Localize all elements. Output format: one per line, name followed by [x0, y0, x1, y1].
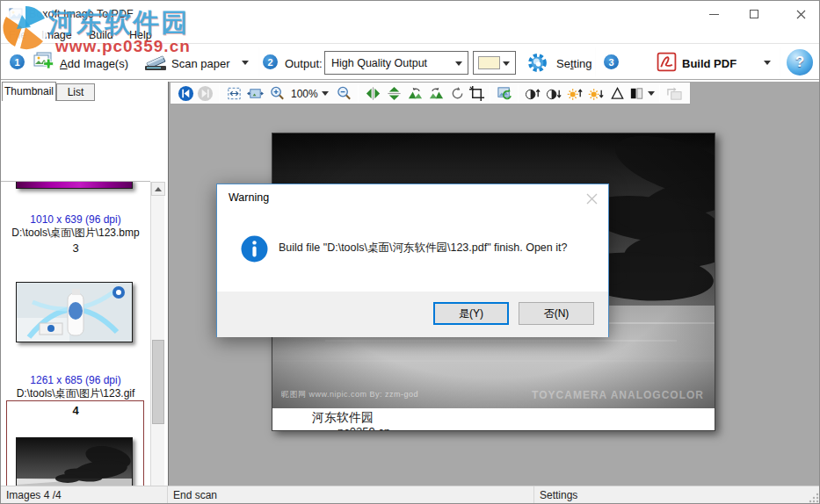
- status-settings: Settings: [534, 489, 577, 501]
- strip-text-line2: pc0359.cn: [337, 425, 390, 430]
- app-window: Boxoft Image To PDF File Image Build Hel…: [0, 0, 820, 504]
- color-dropdown-icon: [503, 61, 510, 66]
- scan-paper-button[interactable]: Scan paper: [171, 57, 230, 70]
- status-images: Images 4 /4: [1, 489, 62, 501]
- menu-bar: File Image Build Help: [1, 27, 820, 43]
- add-images-icon: [33, 52, 56, 74]
- view-toolbar: 100%: [170, 82, 691, 104]
- scroll-up-button[interactable]: [151, 182, 165, 196]
- close-button[interactable]: [780, 1, 820, 27]
- rotate-free-icon[interactable]: [449, 85, 466, 102]
- step-3-badge: 3: [604, 54, 619, 69]
- thumbnail-list: 1010 x 639 (96 dpi) D:\tools\桌面\图片\123.b…: [1, 181, 150, 504]
- zoom-dropdown-icon[interactable]: [322, 91, 329, 96]
- dialog-message: Build file "D:\tools\桌面\河东软件园\123.pdf" f…: [279, 241, 597, 256]
- scroll-up-icon: [155, 187, 162, 191]
- zoom-level-value[interactable]: 100%: [291, 88, 318, 100]
- pdf-icon: [657, 52, 677, 72]
- build-pdf-dropdown-icon[interactable]: [764, 61, 771, 65]
- crop-icon[interactable]: [468, 85, 485, 102]
- step-1-badge: 1: [10, 54, 25, 69]
- setting-button[interactable]: Setting: [556, 57, 592, 70]
- status-settings-panel: Settings: [534, 486, 820, 504]
- dialog-title: Warning: [229, 191, 269, 204]
- thumbnail-path: D:\tools\桌面\图片\123.gif: [1, 386, 150, 401]
- scrollbar-thumb[interactable]: [152, 340, 164, 424]
- menu-file[interactable]: File: [9, 28, 26, 43]
- window-title: Boxoft Image To PDF: [29, 8, 134, 20]
- sharpen-icon[interactable]: [609, 85, 626, 102]
- info-icon: [241, 235, 268, 263]
- zoom-out-icon[interactable]: [336, 85, 352, 102]
- menu-image[interactable]: Image: [41, 28, 72, 43]
- thumbnail-image-gif[interactable]: [16, 282, 133, 342]
- fit-page-icon[interactable]: [226, 85, 243, 102]
- tab-list[interactable]: List: [56, 83, 95, 101]
- flip-horizontal-icon[interactable]: [365, 85, 381, 102]
- app-icon: [9, 7, 23, 21]
- first-page-icon[interactable]: [178, 85, 194, 102]
- output-quality-select[interactable]: High Quality Output: [324, 51, 468, 75]
- close-icon: [796, 10, 806, 19]
- flip-vertical-icon[interactable]: [386, 85, 403, 102]
- sidebar: Thumbnail List 1010 x 639 (96 dpi) D:\to…: [1, 82, 168, 486]
- brightness-down-icon[interactable]: [588, 85, 605, 102]
- scan-paper-dropdown-icon[interactable]: [242, 61, 249, 65]
- main-toolbar: 1 Add Image(s) Scan paper 2 Output: High…: [1, 43, 820, 80]
- help-button[interactable]: ?: [787, 49, 813, 76]
- close-icon: [586, 193, 598, 205]
- fit-width-icon[interactable]: [247, 85, 264, 102]
- question-icon: ?: [795, 54, 804, 71]
- minimize-button[interactable]: [693, 1, 734, 27]
- effects-icon[interactable]: [497, 85, 513, 102]
- page-color-select[interactable]: [473, 51, 516, 75]
- status-scan: End scan: [168, 489, 217, 501]
- thumbnail-path: D:\tools\桌面\图片\123.bmp: [1, 226, 150, 241]
- status-bar: Images 4 /4 End scan Settings: [1, 486, 820, 504]
- thumbnail-number: 3: [1, 241, 150, 255]
- title-bar: Boxoft Image To PDF: [1, 1, 820, 27]
- scan-paper-icon: [144, 53, 168, 72]
- contrast-up-icon[interactable]: [525, 85, 541, 102]
- menu-build[interactable]: Build: [89, 28, 113, 43]
- add-images-button[interactable]: Add Image(s): [60, 57, 128, 70]
- resize-grip[interactable]: [809, 493, 819, 503]
- gear-icon: [526, 52, 548, 74]
- thumbnail-dims: 1010 x 639 (96 dpi): [1, 213, 150, 226]
- output-label: Output:: [285, 57, 323, 70]
- contrast-down-icon[interactable]: [546, 85, 562, 102]
- bw-dropdown-icon[interactable]: [648, 91, 655, 96]
- dialog-footer: 是(Y) 否(N): [217, 292, 608, 337]
- status-images-panel: Images 4 /4: [1, 486, 168, 504]
- warning-dialog: Warning Build file "D:\tools\桌面\河东软件园\12…: [216, 184, 609, 337]
- output-dropdown-icon: [455, 61, 462, 66]
- build-pdf-button[interactable]: Build PDF: [682, 57, 737, 70]
- status-scan-panel: End scan: [168, 486, 534, 504]
- minimize-icon: [709, 14, 719, 15]
- dialog-close-button[interactable]: [584, 191, 599, 206]
- maximize-icon: [750, 10, 758, 18]
- page-color-swatch: [478, 56, 500, 69]
- yes-button[interactable]: 是(Y): [433, 302, 509, 325]
- step-2-badge: 2: [263, 54, 278, 69]
- photo-caption-strip: 河东软件园 pc0359.cn: [272, 408, 715, 430]
- zoom-in-icon[interactable]: [269, 85, 286, 102]
- sidebar-scrollbar[interactable]: [150, 182, 164, 504]
- photo-watermark-left: 昵图网 www.nipic.com By: zzm-god: [281, 389, 418, 400]
- photo-watermark-right: TOYCAMERA ANALOGCOLOR: [532, 389, 704, 401]
- strip-text-line1: 河东软件园: [312, 410, 374, 426]
- thumbnail-number: 4: [1, 404, 150, 417]
- rotate-left-icon[interactable]: [407, 85, 424, 102]
- rotate-right-icon[interactable]: [428, 85, 445, 102]
- brightness-up-icon[interactable]: [567, 85, 584, 102]
- black-white-icon[interactable]: [628, 85, 645, 102]
- thumbnail-dims: 1261 x 685 (96 dpi): [1, 374, 150, 386]
- undo-image-icon: [666, 85, 683, 102]
- menu-help[interactable]: Help: [129, 28, 152, 43]
- maximize-button[interactable]: [734, 1, 774, 27]
- output-quality-value: High Quality Output: [331, 57, 427, 69]
- last-page-icon[interactable]: [197, 85, 214, 102]
- thumbnail-image-bmp[interactable]: [16, 181, 133, 189]
- tab-thumbnail[interactable]: Thumbnail: [2, 82, 56, 101]
- no-button[interactable]: 否(N): [519, 302, 594, 325]
